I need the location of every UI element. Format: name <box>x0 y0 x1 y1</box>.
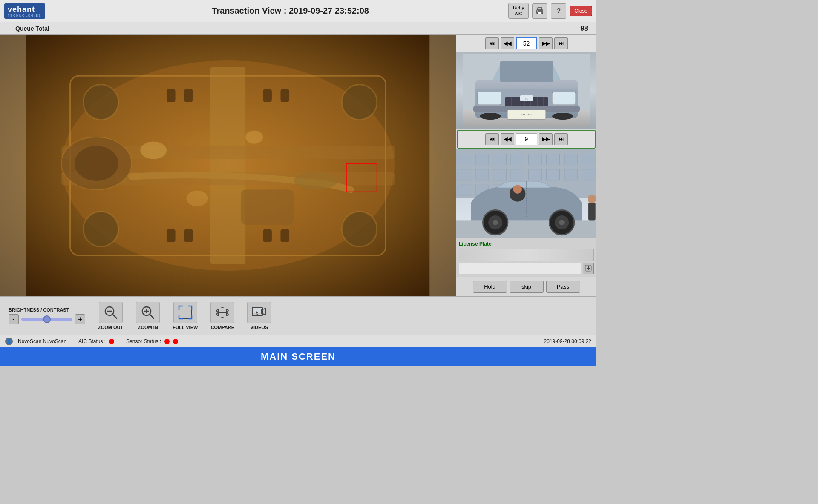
svg-line-93 <box>112 314 117 318</box>
brightness-label: BRIGHTNESS / CONTRAST <box>9 307 69 312</box>
aic-status-label: AIC Status : <box>78 338 106 344</box>
full-view-label: FULL VIEW <box>173 325 198 330</box>
svg-rect-64 <box>475 169 489 180</box>
skip-button[interactable]: skip <box>510 281 544 293</box>
svg-rect-56 <box>475 154 489 165</box>
svg-rect-63 <box>458 169 471 180</box>
svg-rect-58 <box>511 154 524 165</box>
svg-rect-65 <box>493 169 507 180</box>
car-image-top: S ••• •••• <box>456 52 596 129</box>
svg-point-14 <box>294 172 337 189</box>
user-icon: 👤 <box>5 338 13 345</box>
retry-aic-button[interactable]: Retry AIC <box>508 3 529 18</box>
footer: MAIN SCREEN <box>0 347 596 366</box>
car-image-side <box>456 149 596 238</box>
svg-point-80 <box>493 220 498 225</box>
svg-rect-60 <box>546 154 559 165</box>
svg-line-97 <box>150 314 154 318</box>
brightness-section: BRIGHTNESS / CONTRAST - + <box>9 307 85 324</box>
svg-rect-98 <box>179 306 192 319</box>
svg-point-13 <box>75 146 118 181</box>
videos-label: VIDEOS <box>251 325 268 330</box>
brightness-controls: - + <box>9 314 85 324</box>
close-button[interactable]: Close <box>570 6 592 16</box>
svg-rect-21 <box>184 89 193 102</box>
svg-rect-9 <box>210 67 245 264</box>
status-bar: 👤 NuvoScan NuvoScan AIC Status : Sensor … <box>0 335 596 347</box>
scan-panel <box>0 35 456 296</box>
blur-overlay <box>459 249 593 261</box>
svg-point-52 <box>552 113 573 120</box>
right-panel: ⏮ ◀◀ 52 ▶▶ ⏭ <box>456 35 596 296</box>
svg-rect-69 <box>564 169 577 180</box>
next-frame-button[interactable]: ▶▶ <box>539 37 553 49</box>
aic-label: AIC <box>515 11 522 17</box>
license-plate-image <box>459 249 594 261</box>
license-text-input[interactable] <box>459 263 581 274</box>
brightness-decrease-button[interactable]: - <box>9 314 19 324</box>
car-front-svg: S ••• •••• <box>463 54 590 127</box>
first-frame-button[interactable]: ⏮ <box>485 37 499 49</box>
queue-bar: Queue Total 98 <box>0 22 596 35</box>
svg-point-16 <box>83 85 118 120</box>
svg-rect-67 <box>529 169 542 180</box>
print-button[interactable] <box>532 3 547 19</box>
zoom-in-tool[interactable]: ZOOM IN <box>136 302 160 330</box>
title-separator: : <box>284 6 289 15</box>
queue-count: 98 <box>580 25 588 32</box>
queue-label: Queue Total <box>15 25 49 32</box>
svg-rect-24 <box>167 229 176 242</box>
title-text: Transaction View <box>212 6 281 15</box>
main-content: ⏮ ◀◀ 52 ▶▶ ⏭ <box>0 35 596 296</box>
side-last-button[interactable]: ⏭ <box>554 133 568 145</box>
svg-rect-26 <box>263 229 272 242</box>
hold-button[interactable]: Hold <box>473 281 507 293</box>
side-frame-number: 9 <box>516 133 537 145</box>
svg-rect-75 <box>456 220 596 238</box>
pass-button[interactable]: Pass <box>546 281 580 293</box>
brightness-increase-button[interactable]: + <box>75 314 85 324</box>
svg-rect-22 <box>263 89 272 102</box>
brightness-slider[interactable] <box>21 318 72 321</box>
side-prev-button[interactable]: ◀◀ <box>501 133 514 145</box>
license-add-button[interactable] <box>583 263 594 274</box>
nav-controls-second: ⏮ ◀◀ 9 ▶▶ ⏭ <box>457 130 596 149</box>
bottom-toolbar: BRIGHTNESS / CONTRAST - + ZOOM OUT <box>0 296 596 335</box>
frame-number-input[interactable]: 52 <box>516 37 537 49</box>
side-next-button[interactable]: ▶▶ <box>539 133 553 145</box>
svg-rect-55 <box>458 154 471 165</box>
svg-rect-27 <box>280 229 289 242</box>
zoom-out-tool[interactable]: ZOOM OUT <box>98 302 123 330</box>
license-label: License Plate <box>459 241 594 247</box>
svg-rect-71 <box>458 185 471 196</box>
help-button[interactable]: ? <box>551 3 566 19</box>
svg-rect-44 <box>478 92 501 105</box>
svg-rect-62 <box>582 154 595 165</box>
side-first-button[interactable]: ⏮ <box>485 133 499 145</box>
status-timestamp: 2019-09-28 00:09:22 <box>544 338 591 344</box>
zoom-in-svg <box>140 305 156 320</box>
svg-rect-70 <box>582 169 595 180</box>
svg-text:••• ••••: ••• •••• <box>521 113 532 117</box>
prev-frame-button[interactable]: ◀◀ <box>501 37 514 49</box>
logo-sub: TECHNOLOGIES <box>8 14 42 17</box>
full-view-icon <box>173 302 197 323</box>
svg-rect-35 <box>500 61 553 82</box>
last-frame-button[interactable]: ⏭ <box>554 37 568 49</box>
svg-rect-68 <box>546 169 559 180</box>
svg-rect-86 <box>588 203 596 220</box>
zoom-out-label: ZOOM OUT <box>98 325 123 330</box>
print-icon <box>536 7 544 15</box>
compare-tool[interactable]: COMPARE <box>210 302 234 330</box>
full-view-tool[interactable]: FULL VIEW <box>173 302 198 330</box>
aic-status-indicator <box>109 339 114 344</box>
videos-tool[interactable]: VIDEOS <box>247 302 271 330</box>
page-title: Transaction View : 2019-09-27 23:52:08 <box>72 6 508 16</box>
logo-name: vehant <box>8 5 35 14</box>
svg-point-17 <box>83 212 118 246</box>
svg-rect-6 <box>429 35 456 296</box>
license-input-row <box>459 263 594 274</box>
compare-label: COMPARE <box>211 325 234 330</box>
videos-svg <box>251 305 267 320</box>
full-view-svg <box>178 305 193 320</box>
